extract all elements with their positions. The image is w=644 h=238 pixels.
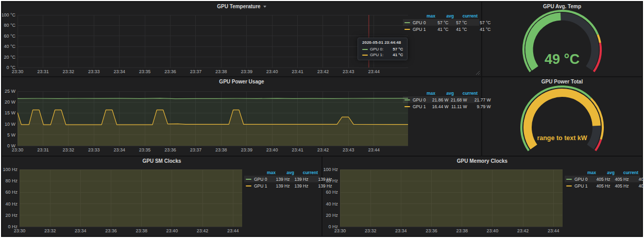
legend-header-avg[interactable]: avg	[435, 91, 454, 96]
y-axis-tick: 40 Hz	[326, 201, 338, 207]
gauge-value-text: range to text kW	[537, 134, 587, 142]
legend-value: 16.44 W	[426, 104, 449, 109]
panel-title-text: GPU Temperature	[217, 4, 260, 9]
panel-title-text: GPU Memory Clocks	[457, 158, 507, 164]
legend-value: 57 °C	[449, 20, 467, 25]
legend-series-gpu-1[interactable]: GPU 1	[246, 183, 267, 189]
panel-title-gpu-memory-clocks[interactable]: GPU Memory Clocks	[323, 157, 642, 165]
legend-series-gpu-0[interactable]: GPU 0	[404, 97, 426, 103]
x-axis-tick: 23:32	[44, 228, 56, 233]
gpu-power-total-gauge: range to text kW	[482, 77, 642, 156]
x-axis-tick: 23:31	[37, 69, 49, 74]
y-axis-tick: 60 Hz	[326, 190, 338, 195]
panel-resize-handle[interactable]	[476, 71, 480, 75]
gpu-power-usage-chart[interactable]: 0 W5 W10 W15 W20 W25 W23:3023:3123:3223:…	[2, 77, 481, 156]
x-axis-tick: 23:44	[227, 228, 239, 233]
legend-header-current[interactable]: current	[454, 13, 478, 19]
legend-header-row: maxavgcurrent	[565, 169, 640, 176]
panel-gpu-power-total: GPU Power Total range to text kW	[482, 77, 642, 156]
legend-header-max[interactable]: max	[413, 13, 435, 19]
legend-value: 139 Hz	[267, 183, 290, 189]
x-axis-tick: 23:39	[241, 147, 252, 152]
x-axis-tick: 23:34	[113, 69, 125, 74]
legend-header-max[interactable]: max	[253, 170, 276, 175]
y-axis-tick: 25 W	[5, 89, 16, 94]
gpu-sm-clocks-legend: maxavgcurrentGPU 0139 Hz139 Hz139 HzGPU …	[244, 169, 319, 189]
legend-header-current[interactable]: current	[615, 170, 638, 175]
y-axis-tick: 60 °C	[4, 33, 15, 39]
caret-down-icon	[263, 6, 266, 8]
x-axis-tick: 23:37	[190, 147, 202, 152]
x-axis-tick: 23:36	[105, 228, 117, 233]
panel-title-gpu-power-total[interactable]: GPU Power Total	[482, 78, 642, 86]
x-axis-tick: 23:31	[37, 147, 49, 152]
legend-value: 21.77 W	[467, 97, 491, 103]
series-area	[340, 157, 563, 227]
gpu-power-usage-legend: maxavgcurrentGPU 021.86 W21.68 W21.77 WG…	[403, 90, 479, 110]
legend-row: GPU 0139 Hz139 Hz139 Hz	[244, 176, 319, 182]
legend-value: 41 °C	[449, 27, 467, 32]
x-axis-tick: 23:30	[14, 228, 26, 233]
y-axis-tick: 80 Hz	[5, 178, 18, 183]
legend-value: 405 Hz	[611, 177, 629, 182]
legend-row: GPU 116.44 W11.11 W9.79 W	[403, 103, 479, 110]
y-axis-tick: 20 °C	[4, 55, 15, 60]
legend-series-gpu-1[interactable]: GPU 1	[404, 27, 426, 32]
legend-value: 139 Hz	[290, 183, 309, 189]
tooltip-series-name: GPU 1:	[370, 53, 383, 57]
x-axis-tick: 23:34	[395, 228, 407, 233]
x-axis-tick: 23:40	[266, 147, 278, 152]
x-axis-tick: 23:41	[292, 69, 303, 74]
x-axis-tick: 23:42	[317, 69, 329, 74]
panel-title-gpu-sm-clocks[interactable]: GPU SM Clocks	[2, 157, 321, 165]
x-axis-tick: 23:30	[12, 69, 24, 74]
tooltip-series-value: 41 °C	[393, 53, 403, 57]
legend-header-row: maxavgcurrent	[403, 90, 479, 96]
legend-header-max[interactable]: max	[573, 170, 596, 175]
legend-header-avg[interactable]: avg	[435, 13, 454, 19]
x-axis-tick: 23:43	[343, 69, 354, 74]
y-axis-tick: 5 W	[7, 132, 16, 138]
series-area	[20, 157, 242, 227]
legend-series-gpu-1[interactable]: GPU 1	[566, 183, 588, 189]
legend-series-gpu-1[interactable]: GPU 1	[404, 104, 426, 109]
x-axis-tick: 23:38	[135, 228, 147, 233]
panel-gpu-memory-clocks: GPU Memory Clocks 0 Hz20 Hz40 Hz60 Hz80 …	[323, 157, 642, 236]
panel-title-gpu-power-usage[interactable]: GPU Power Usage	[2, 78, 481, 86]
legend-header-current[interactable]: current	[294, 170, 318, 175]
legend-row: GPU 141 °C41 °C41 °C	[403, 26, 479, 32]
legend-header-max[interactable]: max	[413, 91, 435, 96]
series-color-dash	[566, 185, 572, 186]
legend-value: 405 Hz	[629, 177, 644, 182]
x-axis-tick: 23:40	[166, 228, 178, 233]
legend-header-avg[interactable]: avg	[596, 170, 615, 175]
gauge-threshold-segment	[598, 35, 600, 43]
y-axis-tick: 20 Hz	[326, 213, 338, 218]
legend-series-gpu-0[interactable]: GPU 0	[246, 177, 267, 182]
legend-row: GPU 021.86 W21.68 W21.77 W	[403, 96, 479, 103]
panel-title-text: GPU Power Total	[541, 79, 583, 84]
y-axis-tick: 100 Hz	[323, 167, 338, 172]
x-axis-tick: 23:32	[365, 228, 377, 233]
series-color-dash	[404, 99, 410, 100]
legend-value: 139 Hz	[309, 177, 332, 182]
panel-title-gpu-temperature[interactable]: GPU Temperature	[2, 3, 481, 10]
legend-series-gpu-0[interactable]: GPU 0	[404, 20, 426, 25]
series-color-dash	[246, 179, 251, 180]
series-color-dash	[404, 22, 410, 23]
x-axis-tick: 23:36	[164, 147, 176, 152]
legend-value: 139 Hz	[290, 177, 309, 182]
legend-row: GPU 057 °C57 °C57 °C	[403, 19, 479, 26]
legend-row: GPU 1405 Hz405 Hz405 Hz	[565, 182, 640, 189]
legend-series-gpu-0[interactable]: GPU 0	[566, 177, 588, 182]
legend-header-avg[interactable]: avg	[276, 170, 294, 175]
panel-title-gpu-avg-temp[interactable]: GPU Avg. Temp	[482, 3, 642, 10]
tooltip-timestamp: 2020-05-01 23:44:48	[362, 40, 403, 45]
x-axis-tick: 23:30	[12, 147, 24, 152]
y-axis-tick: 100 Hz	[3, 167, 18, 172]
gpu-temperature-legend: maxavgcurrentGPU 057 °C57 °C57 °CGPU 141…	[403, 12, 479, 32]
series-color-dash	[362, 49, 368, 50]
x-axis-tick: 23:34	[75, 228, 87, 233]
legend-header-current[interactable]: current	[454, 91, 478, 96]
y-axis-tick: 80 °C	[4, 23, 15, 28]
